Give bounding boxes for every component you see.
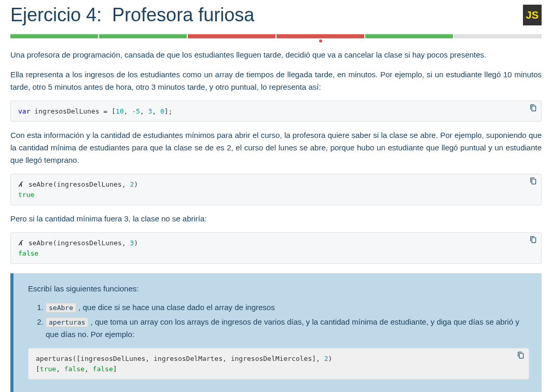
- copy-icon[interactable]: [517, 352, 525, 359]
- js-badge: JS: [523, 5, 542, 25]
- paragraph-4: Pero si la cantidad mínima fuera 3, la c…: [10, 213, 542, 225]
- page-title: Ejercicio 4: Profesora furiosa JS: [10, 0, 542, 30]
- title-name: Profesora furiosa: [112, 4, 254, 25]
- code-block-2: ʎ seAbre(ingresosDelLunes, 2) true: [10, 174, 542, 205]
- code-block-1: var ingresosDelLunes = [10, -5, 3, 0];: [10, 101, 542, 122]
- copy-icon[interactable]: [530, 236, 537, 243]
- title-prefix: Ejercicio 4:: [10, 4, 102, 25]
- task-item: seAbre , que dice si se hace una clase d…: [46, 301, 529, 314]
- code-block-3: ʎ seAbre(ingresosDelLunes, 3) false: [10, 232, 542, 264]
- code-keyword: var: [18, 107, 30, 115]
- prompt-icon: ʎ: [18, 238, 22, 248]
- task-item: aperturas , que toma un array con los ar…: [46, 316, 529, 341]
- progress-segment[interactable]: [188, 34, 275, 38]
- progress-segment[interactable]: [454, 34, 542, 38]
- prompt-icon: ʎ: [18, 179, 22, 190]
- paragraph-2: Ella representa a los ingresos de los es…: [10, 68, 542, 93]
- code-block-task: aperturas([ingresosDelLunes, ingresosDel…: [28, 348, 529, 380]
- code-result: true: [18, 191, 34, 199]
- copy-icon[interactable]: [530, 104, 537, 111]
- progress-segment[interactable]: [365, 34, 453, 38]
- progress-segment[interactable]: [99, 34, 187, 38]
- inline-code: aperturas: [46, 317, 88, 327]
- progress-segment[interactable]: [10, 34, 98, 38]
- copy-icon[interactable]: [530, 177, 537, 185]
- task-box: Escribí las siguientes funciones: seAbre…: [10, 273, 542, 392]
- paragraph-3: Con esta información y la cantidad de es…: [10, 129, 542, 166]
- paragraph-1: Una profesora de programación, cansada d…: [10, 49, 542, 61]
- progress-segment[interactable]: [277, 34, 364, 38]
- inline-code: seAbre: [46, 303, 76, 313]
- task-intro: Escribí las siguientes funciones:: [28, 283, 529, 295]
- task-list: seAbre , que dice si se hace una clase d…: [46, 301, 529, 341]
- code-result: false: [18, 249, 38, 257]
- progress-bar: [10, 34, 542, 38]
